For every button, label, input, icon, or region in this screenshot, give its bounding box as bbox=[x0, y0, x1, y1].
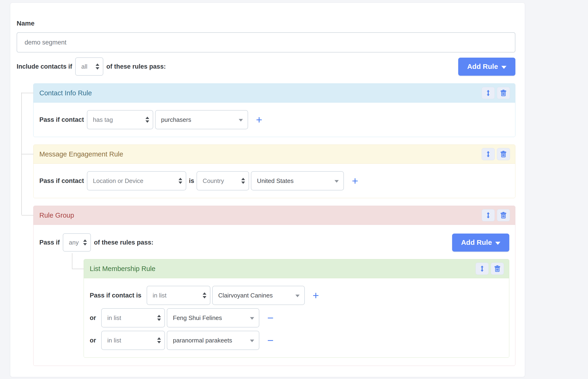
condition-label: Pass if contact bbox=[39, 116, 84, 124]
arrows-v-icon bbox=[484, 211, 492, 219]
move-rule-button[interactable] bbox=[482, 148, 495, 160]
spinner-icon bbox=[241, 177, 245, 184]
operator-value: in list bbox=[107, 337, 121, 344]
rule-header-actions bbox=[479, 87, 510, 99]
delete-rule-button[interactable] bbox=[497, 209, 510, 221]
chevron-down-icon bbox=[239, 119, 243, 122]
trash-icon bbox=[493, 265, 501, 273]
rule-card-message-engagement: Message Engagement Rule bbox=[33, 144, 515, 198]
tree-connector-line bbox=[21, 93, 22, 215]
operator-value: Country bbox=[203, 177, 224, 185]
match-row-prefix: Include contacts if bbox=[17, 63, 72, 70]
operator-select[interactable]: in list bbox=[147, 286, 210, 305]
move-rule-button[interactable] bbox=[476, 263, 489, 275]
condition-label: or bbox=[90, 337, 96, 344]
delete-rule-button[interactable] bbox=[497, 87, 510, 99]
tag-select[interactable]: purchasers bbox=[155, 110, 248, 129]
field-select[interactable]: Location or Device bbox=[87, 171, 186, 190]
rule-card-contact-info: Contact Info Rule bbox=[33, 83, 515, 137]
match-row-suffix: of these rules pass: bbox=[106, 63, 166, 70]
operator-value: has tag bbox=[93, 116, 113, 124]
chevron-down-icon bbox=[295, 295, 300, 297]
rule-title: List Membership Rule bbox=[90, 265, 155, 273]
spinner-icon bbox=[95, 63, 99, 70]
spinner-icon bbox=[203, 292, 207, 299]
name-label: Name bbox=[17, 20, 515, 27]
chevron-down-icon bbox=[250, 340, 254, 342]
delete-rule-button[interactable] bbox=[491, 263, 504, 275]
group-match-type-select[interactable]: any bbox=[63, 233, 91, 252]
rule-card-rule-group: Rule Group bbox=[33, 206, 515, 366]
add-rule-label: Add Rule bbox=[467, 63, 498, 70]
list-membership-rule-header: List Membership Rule bbox=[84, 259, 509, 278]
match-type-row: Include contacts if all of these rules p… bbox=[17, 57, 515, 76]
operator-select[interactable]: has tag bbox=[87, 110, 153, 129]
contact-info-rule-header: Contact Info Rule bbox=[33, 84, 515, 103]
country-value: United States bbox=[257, 177, 294, 185]
arrows-v-icon bbox=[484, 89, 492, 97]
tag-value: purchasers bbox=[161, 116, 191, 124]
rule-body: Pass if contact has tag purchasers + bbox=[33, 103, 515, 137]
arrows-v-icon bbox=[484, 150, 492, 158]
list-select[interactable]: Clairvoyant Canines bbox=[212, 286, 305, 305]
add-condition-button[interactable]: + bbox=[351, 175, 359, 186]
rule-title: Contact Info Rule bbox=[39, 89, 92, 97]
group-match-type-value: any bbox=[69, 239, 79, 246]
rule-group-header: Rule Group bbox=[33, 206, 515, 225]
arrows-v-icon bbox=[478, 265, 486, 273]
trash-icon bbox=[499, 89, 508, 97]
rule-group-children: List Membership Rule bbox=[39, 259, 509, 358]
condition-label: Pass if contact bbox=[39, 177, 84, 185]
operator-select[interactable]: in list bbox=[101, 308, 165, 328]
match-type-value: all bbox=[81, 63, 87, 70]
list-select[interactable]: Feng Shui Felines bbox=[167, 308, 259, 328]
group-match-prefix: Pass if bbox=[39, 239, 60, 246]
spinner-icon bbox=[83, 239, 87, 246]
rule-card-list-membership: List Membership Rule bbox=[84, 259, 509, 358]
operator-select[interactable]: in list bbox=[101, 331, 165, 350]
add-rule-label: Add Rule bbox=[461, 238, 492, 246]
list-value: Feng Shui Felines bbox=[173, 314, 222, 322]
move-rule-button[interactable] bbox=[482, 87, 495, 99]
rule-group-body: Pass if any of these rules pass: Add Rul… bbox=[33, 225, 515, 366]
segment-name-input[interactable] bbox=[17, 32, 515, 52]
group-add-rule-button[interactable]: Add Rule bbox=[452, 234, 509, 252]
operator-value: in list bbox=[153, 292, 167, 299]
move-rule-button[interactable] bbox=[482, 209, 495, 221]
condition-row: Pass if contact Location or Device is Co… bbox=[39, 171, 509, 190]
spinner-icon bbox=[157, 315, 161, 321]
delete-rule-button[interactable] bbox=[497, 148, 510, 160]
rule-header-actions bbox=[479, 209, 510, 221]
condition-connector: is bbox=[189, 177, 194, 185]
remove-condition-button[interactable]: − bbox=[266, 335, 275, 346]
operator-select[interactable]: Country bbox=[197, 171, 249, 190]
rule-header-actions bbox=[474, 263, 504, 275]
list-select[interactable]: paranormal parakeets bbox=[167, 331, 259, 350]
segment-editor-card: Name Include contacts if all of these ru… bbox=[10, 2, 525, 377]
rule-title: Message Engagement Rule bbox=[39, 150, 123, 158]
add-condition-button[interactable]: + bbox=[255, 114, 263, 125]
condition-row: or in list Feng Shui Felines − bbox=[90, 308, 503, 328]
condition-row: Pass if contact has tag purchasers + bbox=[39, 110, 509, 129]
spinner-icon bbox=[157, 337, 161, 344]
condition-label: or bbox=[90, 314, 96, 322]
rules-tree: Contact Info Rule bbox=[17, 83, 515, 366]
add-rule-button[interactable]: Add Rule bbox=[458, 58, 515, 76]
group-match-type-row: Pass if any of these rules pass: Add Rul… bbox=[39, 233, 509, 252]
condition-label: Pass if contact is bbox=[90, 292, 142, 299]
match-type-select[interactable]: all bbox=[75, 57, 103, 76]
caret-down-icon bbox=[501, 66, 507, 69]
condition-row: Pass if contact is in list Clairvoyant C… bbox=[90, 286, 503, 305]
group-match-suffix: of these rules pass: bbox=[94, 239, 153, 246]
country-select[interactable]: United States bbox=[251, 171, 344, 190]
condition-row: or in list paranormal parakeets − bbox=[90, 331, 503, 350]
remove-condition-button[interactable]: − bbox=[266, 313, 275, 323]
operator-value: in list bbox=[107, 314, 121, 322]
add-condition-button[interactable]: + bbox=[312, 290, 320, 301]
list-value: paranormal parakeets bbox=[173, 337, 232, 344]
chevron-down-icon bbox=[334, 180, 339, 183]
trash-icon bbox=[499, 211, 508, 219]
rule-header-actions bbox=[479, 148, 510, 160]
rule-body: Pass if contact is in list Clairvoyant C… bbox=[84, 278, 509, 357]
rule-title: Rule Group bbox=[39, 211, 74, 219]
